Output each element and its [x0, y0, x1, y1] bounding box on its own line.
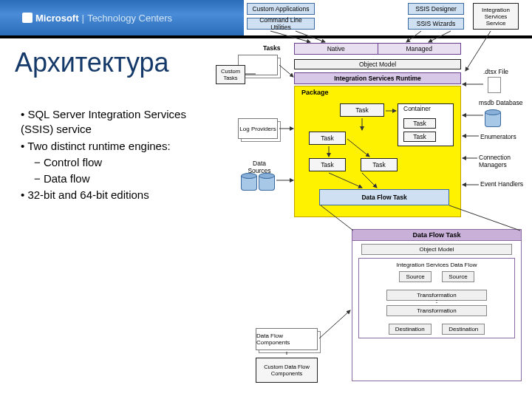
- svg-line-3: [429, 31, 451, 42]
- df-pipeline-label: Integration Services Data Flow: [361, 262, 513, 268]
- bullet-list: SQL Server Integration Services (SSIS) s…: [21, 107, 213, 205]
- box-ssis-wizards: SSIS Wizards: [408, 18, 464, 30]
- bullet-ssis-service: SQL Server Integration Services (SSIS) s…: [21, 107, 213, 137]
- svg-line-5: [279, 65, 293, 77]
- label-conn-mgrs: Connection Managers: [479, 154, 526, 168]
- cylinder-datasource-2: [259, 173, 275, 192]
- box-task-1: Task: [340, 103, 384, 117]
- tasks-label: Tasks: [263, 44, 280, 52]
- box-object-model: Object Model: [294, 59, 461, 69]
- header-bar: Microsoft | Technology Centers: [0, 0, 244, 35]
- df-transformation-2: Transformation: [386, 305, 487, 316]
- brand-suffix: Technology Centers: [87, 13, 172, 24]
- bullet-editions: 32-bit and 64-bit editions: [21, 188, 213, 202]
- box-task-4: Task: [361, 158, 398, 171]
- logo-icon: [22, 13, 33, 23]
- df-object-model: Object Model: [361, 244, 512, 255]
- box-runtime-title: Integration Services Runtime: [294, 72, 461, 84]
- df-source-1: Source: [399, 271, 431, 282]
- box-task-in-container-1: Task: [403, 118, 436, 129]
- df-panel-title: Data Flow Task: [352, 230, 521, 241]
- bullet-data-flow: Data flow: [21, 171, 213, 186]
- label-msdb: msdb Database: [479, 99, 523, 106]
- cylinder-msdb: [485, 109, 501, 129]
- package-label: Package: [301, 89, 329, 96]
- df-destination-1: Destination: [389, 324, 432, 335]
- box-log-providers: Log Providers: [238, 118, 278, 139]
- box-dataflow-task: Data Flow Task: [319, 189, 449, 205]
- svg-line-4: [466, 31, 491, 71]
- label-dtsx: .dtsx File: [483, 68, 508, 75]
- icon-dtsx-file: [488, 77, 501, 93]
- box-data-sources: Data Sources: [241, 160, 278, 174]
- brand-text: Microsoft: [35, 13, 79, 24]
- dataflow-panel: Data Flow Task Object Model Integration …: [352, 229, 522, 381]
- svg-line-22: [319, 310, 350, 338]
- box-custom-applications: Custom Applications: [247, 3, 315, 15]
- page-title: Архитектура: [15, 47, 169, 78]
- bullet-runtimes: Two distinct runtime engines:: [21, 139, 213, 154]
- svg-line-0: [270, 31, 310, 42]
- bullet-control-flow: Control flow: [21, 155, 213, 170]
- box-ssis-designer: SSIS Designer: [408, 3, 464, 15]
- box-cmdline-utilities: Command Line Utilities: [247, 18, 315, 30]
- api-strip: Native Managed: [294, 43, 461, 55]
- df-pipeline: Integration Services Data Flow Source So…: [358, 258, 515, 338]
- box-df-components: Data Flow Components: [256, 328, 318, 350]
- brand-logo: Microsoft | Technology Centers: [22, 13, 172, 24]
- container-label: Container: [403, 105, 431, 112]
- df-source-2: Source: [442, 271, 474, 282]
- svg-line-2: [406, 31, 421, 42]
- box-integration-services-service: Integration Services Service: [473, 3, 519, 30]
- box-task-2: Task: [309, 132, 346, 145]
- label-event-handlers: Event Handlers: [480, 180, 525, 188]
- label-enumerators: Enumerators: [480, 133, 516, 140]
- box-custom-tasks: Custom Tasks: [216, 65, 245, 84]
- box-task-3: Task: [309, 158, 346, 171]
- svg-line-1: [296, 31, 325, 42]
- df-destination-2: Destination: [442, 324, 485, 335]
- box-custom-df-components: Custom Data Flow Components: [256, 358, 318, 383]
- cylinder-datasource-1: [241, 173, 257, 192]
- api-native: Native: [295, 44, 378, 54]
- api-managed: Managed: [378, 44, 461, 54]
- box-task-in-container-2: Task: [403, 132, 436, 142]
- architecture-diagram: Custom Applications Command Line Utiliti…: [214, 0, 532, 399]
